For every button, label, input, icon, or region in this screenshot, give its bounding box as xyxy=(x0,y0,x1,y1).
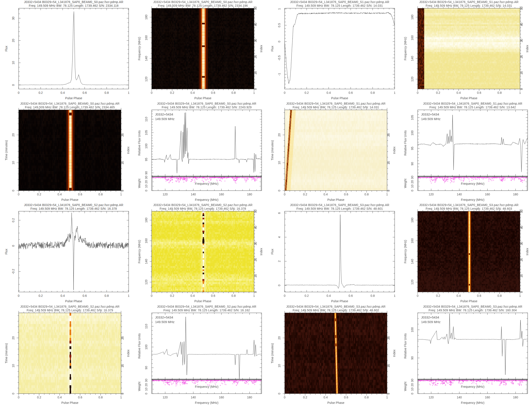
panel-s1-time-phase: J0332+5434 B0329+54_L341876_SAP0_BEAM0_S… xyxy=(266,102,399,203)
x-tick-label: 0.8 xyxy=(99,396,103,399)
panel-title: J0332+5434 B0329+54_L341876_SAP0_BEAM0_S… xyxy=(20,305,120,308)
weight-axis-label: Weight xyxy=(138,178,141,188)
s1-profile-svg: J0332+5434 B0329+54_L341876_SAP0_BEAM0_S… xyxy=(266,0,399,102)
y-axis-label: Time (minutes) xyxy=(270,140,274,160)
x-tick-label: 0.6 xyxy=(211,91,215,94)
x-tick-label: 1 xyxy=(386,193,388,196)
inset-frequency: 149.509 MHz xyxy=(421,320,440,324)
x-tick-label: 0.8 xyxy=(105,294,109,297)
x-tick-label: 0.6 xyxy=(344,396,348,399)
y-tick-label: 30 xyxy=(254,39,257,42)
y-tick-label: 10 xyxy=(520,71,523,75)
panel-s0-profile: J0332+5434 B0329+54_L341876_SAP0_BEAM0_S… xyxy=(0,0,133,102)
x-tick-label: 0.6 xyxy=(78,396,82,399)
y-tick-label: 160 xyxy=(144,238,148,243)
x-tick-label: 0.4 xyxy=(191,294,195,297)
y-tick-label: 0 xyxy=(411,189,414,191)
y-tick-label: 180 xyxy=(411,14,414,20)
s1-bandpass-curve xyxy=(418,115,528,172)
inset-frequency: 149.509 MHz xyxy=(155,320,174,324)
s2-bandpass-curve xyxy=(152,317,262,380)
x-tick-label: 0 xyxy=(18,193,20,196)
panel-subtitle: Freq: 149.509 MHz BW: 78.125 Length: 173… xyxy=(426,207,512,210)
s2-freq-phase-svg: J0332+5434 B0329+54_L341876_SAP0_BEAM0_S… xyxy=(133,203,266,304)
y-tick-label: 20 xyxy=(387,133,390,137)
x-axis-label: Pulse Phase xyxy=(331,299,348,303)
panel-subtitle: Freq: 149.509 MHz BW: 78.125 Length: 173… xyxy=(296,207,383,210)
panel-subtitle: Freq: 149.509 MHz BW: 78.125 Length: 173… xyxy=(296,4,383,7)
y-tick-label: 20 xyxy=(520,55,523,58)
x-tick-label: 0.8 xyxy=(364,396,369,399)
x-tick-label: 0.4 xyxy=(57,396,62,399)
panel-title: J0332+5434 B0329+54_L341876_SAP0_BEAM0_S… xyxy=(423,102,522,105)
y-tick-label: 95 xyxy=(144,158,148,161)
plot-frame xyxy=(152,8,254,89)
y-tick-label: 0.5 xyxy=(277,23,281,27)
x-tick-label: 180 xyxy=(247,193,252,196)
weight-axis-label: Weight xyxy=(404,381,407,391)
y-tick-label: 4 xyxy=(277,236,281,238)
panel-s1-bandpass: J0332+5434 B0329+54_L341876_SAP0_BEAM0_S… xyxy=(399,102,532,203)
panel-s3-profile: J0332+5434 B0329+54_L341876_SAP0_BEAM0_S… xyxy=(266,203,399,304)
s1-freq-phase-svg: J0332+5434 B0329+54_L341876_SAP0_BEAM0_S… xyxy=(399,0,532,102)
y-tick-label: 40 xyxy=(520,225,523,229)
y-tick-label: 10 xyxy=(254,71,257,75)
x-tick-label: 1 xyxy=(120,396,122,399)
x-tick-label: 0.8 xyxy=(371,91,375,94)
x-tick-label: 1 xyxy=(128,294,129,297)
panel-subtitle: Freq: 149.509 MHz BW: 78.125 Length: 173… xyxy=(293,309,379,312)
y-tick-label: 0 xyxy=(12,245,15,247)
right-axis-label: Index xyxy=(525,45,529,52)
panel-subtitle: Freq: 149.509 MHz BW: 78.125 Length: 173… xyxy=(27,309,113,312)
y-tick-label: 20 xyxy=(520,258,523,261)
panel-title: J0332+5434 B0329+54_L341876_SAP0_BEAM0_S… xyxy=(290,0,390,4)
x-axis-label: Frequency (MHz) xyxy=(461,401,484,405)
y-tick-label: 90 xyxy=(144,366,148,369)
x-tick-label: 0.2 xyxy=(305,91,309,94)
right-axis-label: Index xyxy=(260,45,263,52)
plot-frame xyxy=(285,8,395,89)
y-tick-label: 95 xyxy=(411,146,414,150)
y-tick-label: 50 xyxy=(254,210,257,213)
plot-grid: J0332+5434 B0329+54_L341876_SAP0_BEAM0_S… xyxy=(0,0,532,406)
panel-subtitle: Freq: 149.509 MHz BW: 78.125 Length: 173… xyxy=(25,106,115,109)
panel-s2-profile: J0332+5434 B0329+54_L341876_SAP0_BEAM0_S… xyxy=(0,203,133,304)
y-tick-label: 20 xyxy=(277,336,281,340)
inset-source-name: J0332+5434 xyxy=(155,112,173,116)
x-tick-label: 0.8 xyxy=(364,193,369,196)
y-tick-label: 0 xyxy=(12,392,15,394)
y-tick-label: 0 xyxy=(277,189,281,191)
y-tick-label: 20 xyxy=(387,336,390,340)
plot-frame xyxy=(285,211,395,292)
y-tick-label: 110 xyxy=(144,116,148,122)
panel-title: J0332+5434 B0329+54_L341876_SAP0_BEAM0_S… xyxy=(153,203,253,207)
y-tick-label: 105 xyxy=(144,130,148,135)
y-axis-label: Relative Flux Units xyxy=(138,130,141,156)
x-tick-label: 0.6 xyxy=(82,294,87,297)
s1-bandpass-svg: J0332+5434 B0329+54_L341876_SAP0_BEAM0_S… xyxy=(399,102,532,203)
s0-bandpass-svg: J0332+5434 B0329+54_L341876_SAP0_BEAM0_S… xyxy=(133,102,266,203)
panel-title: J0332+5434 B0329+54_L341876_SAP0_BEAM0_S… xyxy=(157,305,256,308)
s3-profile-curve xyxy=(285,215,395,289)
y-tick-label: 30 xyxy=(411,176,414,179)
y-tick-label: 180 xyxy=(144,218,148,223)
y-tick-label: 0 xyxy=(387,392,390,394)
y-tick-label: 0 xyxy=(277,41,281,43)
x-tick-label: 0.2 xyxy=(436,91,440,94)
right-axis-label: Index xyxy=(392,146,396,154)
inset-frequency: 149.509 MHz xyxy=(421,117,440,121)
right-axis-label: Index xyxy=(260,248,263,255)
x-tick-label: 0 xyxy=(284,193,285,196)
y-tick-label: 0 xyxy=(254,88,257,90)
x-axis-label: Frequency (MHz) xyxy=(461,198,484,202)
y-tick-label: 10 xyxy=(12,61,15,65)
y-tick-label: 160 xyxy=(411,35,414,40)
y-tick-label: 10 xyxy=(387,364,390,367)
inset-source-name: J0332+5434 xyxy=(421,315,439,319)
x-tick-label: 0.4 xyxy=(326,294,331,297)
y-tick-label: 20 xyxy=(12,39,15,42)
x-axis-label: Pulse Phase xyxy=(65,299,82,303)
x-tick-label: 1 xyxy=(519,91,521,94)
y-tick-label: 10 xyxy=(277,161,281,164)
y-tick-label: 0 xyxy=(12,84,15,86)
